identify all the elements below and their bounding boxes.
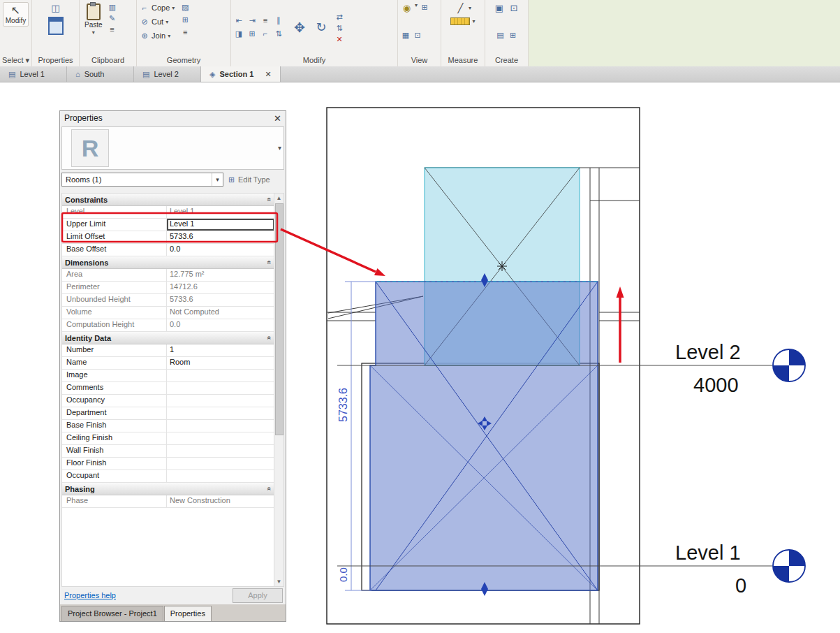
properties-palette-icon[interactable]	[48, 17, 64, 35]
property-value[interactable]	[167, 382, 274, 394]
close-icon[interactable]: ✕	[274, 113, 281, 124]
collapse-icon[interactable]: «	[266, 261, 274, 265]
property-value[interactable]: Level 1	[167, 206, 274, 218]
property-value[interactable]	[167, 470, 274, 482]
property-value[interactable]: 12.775 m²	[167, 269, 274, 281]
level-2-name[interactable]: Level 2	[675, 341, 741, 363]
geometry-options-icon[interactable]: ≡	[180, 27, 190, 37]
level-2-head-icon[interactable]	[773, 349, 805, 381]
nudge-vertical-icon[interactable]: ⇅	[334, 23, 344, 33]
dimension-height-text[interactable]: 5733.6	[337, 388, 349, 422]
paint-view-icon[interactable]: ⊡	[413, 30, 422, 40]
paste-dropdown-icon: ▾	[92, 29, 95, 36]
edit-type-button[interactable]: ⊞ Edit Type	[227, 175, 270, 184]
lightbulb-icon[interactable]: ◉	[401, 2, 413, 14]
property-value[interactable]: 5733.6	[167, 231, 274, 243]
property-value[interactable]	[167, 407, 274, 419]
paint-icon[interactable]: ▨	[180, 2, 190, 12]
upper-room-reference-cross-icon[interactable]	[497, 261, 507, 271]
rotate-icon[interactable]: ↻	[314, 22, 329, 34]
panel-label-select[interactable]: Select ▾	[0, 55, 31, 66]
property-value[interactable]: 14712.6	[167, 282, 274, 293]
create-parts-icon[interactable]: ⊞	[508, 30, 518, 40]
tab-project-browser[interactable]: Project Browser - Project1	[61, 606, 163, 621]
property-value[interactable]	[167, 395, 274, 407]
property-value[interactable]: 0.0	[167, 244, 274, 256]
scrollbar-thumb[interactable]	[275, 203, 283, 435]
apply-button[interactable]: Apply	[233, 588, 283, 603]
property-section-header[interactable]: Constraints«	[62, 194, 283, 206]
scroll-up-icon[interactable]: ▲	[274, 194, 283, 203]
selected-room[interactable]	[370, 273, 598, 596]
create-group-icon[interactable]: ▣	[494, 2, 506, 14]
preview-dropdown-icon[interactable]: ▾	[278, 144, 281, 152]
split-face-icon[interactable]: ⊞	[180, 15, 190, 24]
level-1-elevation[interactable]: 0	[735, 574, 746, 597]
view-tab-south[interactable]: ⌂ South	[67, 66, 134, 82]
collapse-icon[interactable]: «	[266, 336, 274, 340]
property-value[interactable]: Room	[167, 357, 274, 369]
palette-title-bar[interactable]: Properties ✕	[60, 111, 286, 125]
property-row: Area12.775 m²	[62, 269, 283, 282]
linework-icon[interactable]: ▦	[401, 30, 411, 40]
close-tab-icon[interactable]: ✕	[265, 70, 271, 79]
property-value[interactable]: Level 1	[167, 219, 274, 231]
cut-button[interactable]: ⊘ Cut ▾	[140, 16, 175, 27]
mirror-icon[interactable]: ≡	[260, 15, 270, 25]
view-tab-section-1[interactable]: ◈ Section 1 ✕	[201, 66, 281, 82]
view-tab-level-2[interactable]: ▤ Level 2	[134, 66, 201, 82]
property-section-header[interactable]: Dimensions«	[62, 256, 283, 269]
scroll-down-icon[interactable]: ▼	[274, 577, 283, 586]
property-section-header[interactable]: Identity Data«	[62, 332, 283, 344]
property-value[interactable]	[167, 445, 274, 457]
modify-button[interactable]: ↖ Modify	[3, 2, 29, 27]
property-value[interactable]	[167, 432, 274, 444]
array-icon[interactable]: ∥	[274, 15, 283, 25]
trim-icon[interactable]: ◨	[234, 29, 244, 38]
palette-bottom-tabs: Project Browser - Project1 Properties	[60, 604, 286, 621]
combobox-arrow-icon[interactable]: ▾	[212, 173, 223, 186]
pin-icon[interactable]: ⇅	[274, 29, 283, 38]
property-value[interactable]: Not Computed	[167, 307, 274, 319]
create-assembly-icon[interactable]: ▤	[496, 30, 506, 40]
properties-toggle-icon[interactable]: ◫	[50, 2, 61, 14]
view-dropdown-icon: ▾	[415, 2, 418, 8]
split-icon[interactable]: ⊞	[247, 29, 257, 38]
property-value[interactable]	[167, 370, 274, 381]
cut-profile-icon[interactable]: ⊞	[420, 2, 429, 12]
paste-button[interactable]: Paste ▾	[82, 2, 105, 37]
level-1-head-icon[interactable]	[773, 550, 805, 582]
property-value[interactable]	[167, 458, 274, 470]
property-grid-scrollbar[interactable]: ▲ ▼	[274, 194, 283, 586]
dimension-ruler-icon[interactable]	[450, 17, 470, 25]
property-value[interactable]: 1	[167, 344, 274, 356]
property-value[interactable]: 5733.6	[167, 294, 274, 306]
property-value[interactable]	[167, 420, 274, 432]
options-icon[interactable]: ≡	[108, 24, 117, 34]
align-icon[interactable]: ⇤	[234, 15, 244, 25]
match-type-icon[interactable]: ✎	[108, 13, 117, 23]
level-1-name[interactable]: Level 1	[675, 541, 741, 564]
copy-icon[interactable]: ▥	[108, 2, 117, 12]
type-preview[interactable]: R ▾	[61, 126, 284, 170]
type-selector-combobox[interactable]: Rooms (1) ▾	[61, 173, 223, 187]
extend-icon[interactable]: ⌐	[260, 29, 270, 38]
cope-button[interactable]: ⌐ Cope ▾	[140, 2, 175, 13]
level-2-elevation[interactable]: 4000	[693, 374, 739, 396]
join-button[interactable]: ⊕ Join ▾	[140, 30, 175, 41]
property-value[interactable]: New Construction	[167, 495, 274, 507]
tab-properties[interactable]: Properties	[164, 606, 212, 621]
property-section-header[interactable]: Phasing«	[62, 483, 283, 495]
dimension-base-text[interactable]: 0.0	[337, 567, 349, 582]
property-value[interactable]: 0.0	[167, 319, 274, 331]
create-similar-icon[interactable]: ⊡	[508, 2, 520, 14]
offset-icon[interactable]: ⇥	[247, 15, 257, 25]
delete-icon[interactable]: ✕	[334, 34, 344, 44]
properties-help-link[interactable]: Properties help	[64, 591, 116, 599]
nudge-horizontal-icon[interactable]: ⇄	[334, 12, 344, 22]
move-icon[interactable]: ✥	[291, 22, 308, 34]
measure-icon[interactable]: ╱	[455, 2, 466, 14]
collapse-icon[interactable]: «	[266, 487, 274, 491]
view-tab-level-1[interactable]: ▤ Level 1	[0, 66, 67, 82]
collapse-icon[interactable]: «	[266, 198, 274, 202]
